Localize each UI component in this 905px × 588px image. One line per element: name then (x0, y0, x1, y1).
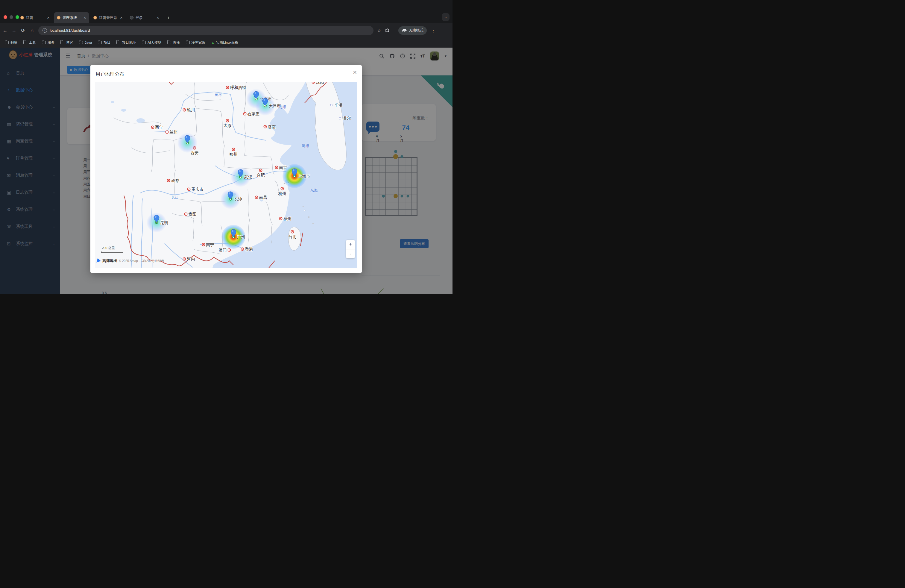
browser-tab[interactable]: 红薯✕ (17, 12, 53, 23)
url-text: localhost:81/dashboard (50, 28, 90, 33)
bookmark-item[interactable]: AI大模型 (142, 40, 161, 45)
bookmark-item[interactable]: 服务 (42, 40, 54, 45)
browser-tab[interactable]: 红薯管理系统✕ (90, 12, 126, 23)
map-city-澳门: 澳门 (228, 248, 231, 252)
city-marker-icon (187, 188, 191, 191)
forward-button[interactable]: → (10, 28, 18, 33)
potato-icon (94, 16, 97, 19)
tab-close-icon[interactable]: ✕ (156, 16, 160, 20)
site-info-icon[interactable]: i (43, 28, 47, 33)
city-marker-icon (291, 230, 294, 234)
city-marker-icon (151, 126, 154, 129)
pin-icon (262, 98, 268, 107)
pinned-city-label: 昆明 (160, 220, 168, 226)
bookmark-label: 翻墙 (11, 40, 17, 45)
bookmark-item[interactable]: ▲宝塔Linux面板 (211, 40, 238, 45)
city-marker-icon (167, 179, 170, 182)
bookmark-item[interactable]: 直播 (167, 40, 180, 45)
bookmark-label: 项目地址 (122, 40, 136, 45)
pinned-city-label: 长沙 (234, 197, 242, 202)
city-marker-icon (165, 130, 169, 134)
bookmark-item[interactable]: Java (79, 41, 92, 44)
home-button[interactable]: ⌂ (28, 28, 36, 33)
map-city-成都: 成都 (167, 179, 170, 182)
city-label: 台北 (289, 234, 297, 240)
zoom-out-button[interactable]: - (346, 250, 355, 259)
tab-search-chevron-icon[interactable]: ⌄ (442, 13, 449, 21)
amap-brand: 高德地图 (102, 258, 117, 264)
bookmark-item[interactable]: 净界家政 (186, 40, 205, 45)
bookmark-label: 直播 (173, 40, 180, 45)
city-label: 成都 (171, 178, 179, 183)
window-controls[interactable] (3, 15, 19, 19)
pin-icon (292, 168, 297, 178)
city-marker-icon (232, 148, 235, 151)
potato-icon (57, 16, 60, 19)
city-marker-icon (281, 187, 284, 191)
toolbar-right: ☆ 无痕模式 ⋮ (377, 26, 435, 35)
browser-tab[interactable]: 登录✕ (127, 12, 162, 23)
tab-close-icon[interactable]: ✕ (83, 16, 87, 20)
reload-button[interactable]: ⟳ (19, 27, 27, 33)
map-city-呼和浩特: 呼和浩特 (226, 86, 229, 89)
map-city-银川: 银川 (183, 108, 186, 112)
map-city-贵阳: 贵阳 (184, 213, 187, 216)
city-marker-icon (226, 86, 229, 89)
extensions-icon[interactable] (385, 28, 390, 33)
city-label: 福州 (283, 216, 292, 221)
incognito-badge: 无痕模式 (399, 26, 427, 35)
minimize-window-button[interactable] (10, 15, 13, 19)
tab-title: 管理系统 (62, 15, 81, 21)
city-label: 兰州 (170, 129, 178, 135)
zoom-in-button[interactable]: + (346, 240, 355, 250)
city-marker-icon (202, 243, 205, 246)
pin-icon (154, 215, 159, 224)
city-marker-icon (279, 217, 283, 220)
toolbar-divider (394, 28, 394, 33)
back-button[interactable]: ← (1, 28, 9, 33)
bookmark-label: 宝塔Linux面板 (216, 40, 238, 45)
folder-icon (167, 41, 171, 44)
map-city-郑州: 郑州 (232, 148, 235, 151)
bookmark-item[interactable]: 项目地址 (116, 40, 136, 45)
bookmark-item[interactable]: 翻墙 (5, 40, 17, 45)
city-label: 平壤 (334, 102, 342, 108)
map-zoom-control: + - (346, 240, 355, 258)
city-marker-icon (183, 108, 186, 112)
tab-close-icon[interactable]: ✕ (119, 16, 123, 20)
tab-strip: 红薯✕管理系统✕红薯管理系统✕登录✕+ ⌄ (0, 0, 452, 23)
pagoda-icon: ▲ (211, 41, 214, 44)
bookmark-item[interactable]: 项目 (98, 40, 110, 45)
city-label: 首尔 (343, 116, 351, 121)
close-window-button[interactable] (3, 15, 7, 19)
city-label: 太原 (224, 123, 232, 129)
new-tab-button[interactable]: + (165, 14, 172, 22)
dialog-close-icon[interactable]: ✕ (353, 70, 357, 76)
folder-icon (186, 41, 190, 44)
browser-menu-icon[interactable]: ⋮ (431, 28, 435, 33)
browser-tab[interactable]: 管理系统✕ (54, 12, 89, 23)
folder-icon (42, 41, 46, 44)
city-label: 重庆市 (192, 186, 204, 192)
bookmark-item[interactable]: 工具 (23, 40, 36, 45)
city-marker-icon (226, 119, 229, 122)
city-label: 西宁 (155, 124, 164, 130)
bookmark-label: 工具 (29, 40, 36, 45)
map-city-首尔: 首尔 (339, 117, 341, 119)
sea-label-黄海: 黄海 (302, 143, 309, 148)
amap-canvas[interactable]: 呼和浩特沈阳银川石家庄太原济南西宁兰州西安郑州南京合肥成都重庆市杭州南昌贵阳福州… (95, 82, 357, 268)
map-city-兰州: 兰州 (165, 130, 169, 134)
map-markers-layer: 呼和浩特沈阳银川石家庄太原济南西宁兰州西安郑州南京合肥成都重庆市杭州南昌贵阳福州… (95, 82, 357, 268)
bookmarks-bar: 翻墙工具服务博客Java项目项目地址AI大模型直播净界家政▲宝塔Linux面板 (0, 37, 452, 48)
city-marker-icon (330, 104, 332, 106)
map-city-河内: 河内 (183, 257, 186, 261)
city-marker-icon (259, 169, 262, 172)
pinned-city-label: 广州 (237, 234, 245, 240)
bookmark-star-icon[interactable]: ☆ (377, 28, 381, 33)
map-scale-bar (101, 251, 123, 253)
tab-close-icon[interactable]: ✕ (46, 16, 50, 20)
address-bar[interactable]: i localhost:81/dashboard (38, 26, 373, 35)
bookmark-item[interactable]: 博客 (60, 40, 73, 45)
city-label: 合肥 (257, 173, 265, 178)
city-label: 南昌 (259, 195, 267, 200)
